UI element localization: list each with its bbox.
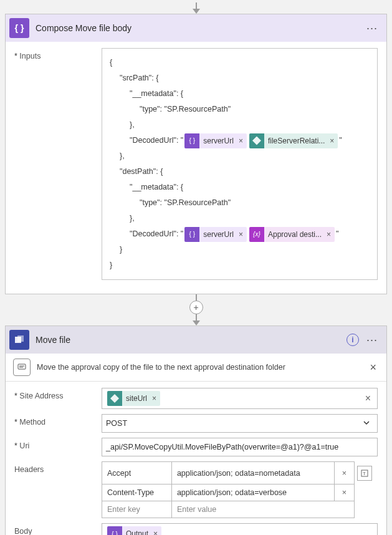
token-serverurl[interactable]: { } serverUrl × <box>184 227 247 242</box>
token-remove-icon[interactable]: × <box>328 133 338 148</box>
token-remove-icon[interactable]: × <box>152 529 161 535</box>
move-file-header[interactable]: Move file i ··· <box>6 326 386 354</box>
token-remove-icon[interactable]: × <box>151 394 160 403</box>
header-row: Content-Type application/json; odata=ver… <box>102 484 378 501</box>
ellipsis-menu-icon[interactable]: ··· <box>364 334 380 347</box>
compose-icon: { } <box>9 18 29 38</box>
json-line: }, <box>110 211 370 226</box>
token-fileserverrelative[interactable]: fileServerRelati... × <box>249 133 338 148</box>
body-label: Body <box>14 523 102 535</box>
json-line: "DecodedUrl": " { } serverUrl × {x} Appr… <box>110 226 370 242</box>
header-value-input[interactable]: Enter value <box>171 501 354 518</box>
uri-input[interactable]: _api/SP.MoveCopyUtil.MoveFileByPath(over… <box>102 438 378 456</box>
svg-text:T: T <box>363 471 366 476</box>
json-line: "type": "SP.ResourcePath" <box>110 195 370 211</box>
description-row: Move the approval copy of the file to th… <box>6 354 386 382</box>
ellipsis-menu-icon[interactable]: ··· <box>364 22 380 35</box>
json-line: }, <box>110 148 370 164</box>
token-remove-icon[interactable]: × <box>237 133 247 148</box>
json-line: }, <box>110 117 370 133</box>
header-key-input[interactable]: Enter key <box>102 501 172 518</box>
header-value-cell[interactable]: application/json; odata=nometadata <box>171 462 334 484</box>
flow-connector: + <box>5 294 387 325</box>
method-label: * Method <box>14 414 102 427</box>
method-select[interactable]: POST <box>102 414 378 433</box>
token-remove-icon[interactable]: × <box>237 227 247 242</box>
json-line: { <box>110 55 370 70</box>
site-address-label: * Site Address <box>14 388 102 400</box>
description-text: Move the approval copy of the file to th… <box>37 363 367 372</box>
inputs-label: * Inputs <box>14 48 102 60</box>
svg-rect-1 <box>17 335 24 342</box>
token-serverurl[interactable]: { } serverUrl × <box>184 133 247 148</box>
clear-icon[interactable]: × <box>363 393 373 404</box>
body-input[interactable]: { } Output × <box>102 523 378 535</box>
expression-icon: { } <box>184 227 199 242</box>
json-line: } <box>110 258 370 273</box>
json-line: "type": "SP.ResourcePath" <box>110 102 370 117</box>
header-row-new: Enter key Enter value <box>102 501 378 518</box>
json-line: "__metadata": { <box>110 180 370 195</box>
inputs-json-editor[interactable]: { "srcPath": { "__metadata": { "type": "… <box>102 48 378 280</box>
site-address-input[interactable]: siteUrl × × <box>102 388 378 409</box>
compose-title: Compose Move file body <box>36 23 364 33</box>
move-file-title: Move file <box>36 335 347 345</box>
sharepoint-action-icon <box>9 330 29 350</box>
headers-table: Accept application/json; odata=nometadat… <box>102 461 378 518</box>
variable-icon: {x} <box>249 227 264 242</box>
token-approval-dest[interactable]: {x} Approval desti... × <box>249 227 335 242</box>
uri-label: * Uri <box>14 438 102 450</box>
json-line: "srcPath": { <box>110 70 370 86</box>
header-row: Accept application/json; odata=nometadat… <box>102 462 378 484</box>
chevron-down-icon <box>360 418 373 429</box>
info-icon[interactable]: i <box>347 334 359 346</box>
json-line: "destPath": { <box>110 164 370 180</box>
json-line: "__metadata": { <box>110 86 370 102</box>
comment-icon <box>13 359 31 376</box>
json-line: } <box>110 242 370 258</box>
delete-row-icon[interactable]: × <box>335 462 355 484</box>
headers-label: Headers <box>14 461 102 474</box>
sharepoint-icon <box>249 133 264 148</box>
token-remove-icon[interactable]: × <box>325 227 335 242</box>
sharepoint-icon <box>107 391 122 406</box>
delete-row-icon[interactable]: × <box>335 484 355 501</box>
header-key-cell[interactable]: Accept <box>102 462 172 484</box>
expression-icon: { } <box>184 133 199 148</box>
flow-arrow-top <box>5 2 387 14</box>
token-siteurl[interactable]: siteUrl × <box>107 391 160 406</box>
json-line: "DecodedUrl": " { } serverUrl × fileServ… <box>110 133 370 148</box>
add-step-button[interactable]: + <box>189 301 203 314</box>
compose-header[interactable]: { } Compose Move file body ··· <box>6 14 386 42</box>
header-key-cell[interactable]: Content-Type <box>102 484 172 501</box>
compose-action-card: { } Compose Move file body ··· * Inputs … <box>5 14 387 294</box>
move-file-action-card: Move file i ··· Move the approval copy o… <box>5 325 387 535</box>
token-output[interactable]: { } Output × <box>107 526 161 535</box>
edit-json-button[interactable]: T <box>355 462 378 484</box>
compose-output-icon: { } <box>107 526 122 535</box>
header-value-cell[interactable]: application/json; odata=verbose <box>171 484 334 501</box>
close-icon[interactable]: × <box>367 361 379 374</box>
svg-rect-2 <box>18 364 26 369</box>
